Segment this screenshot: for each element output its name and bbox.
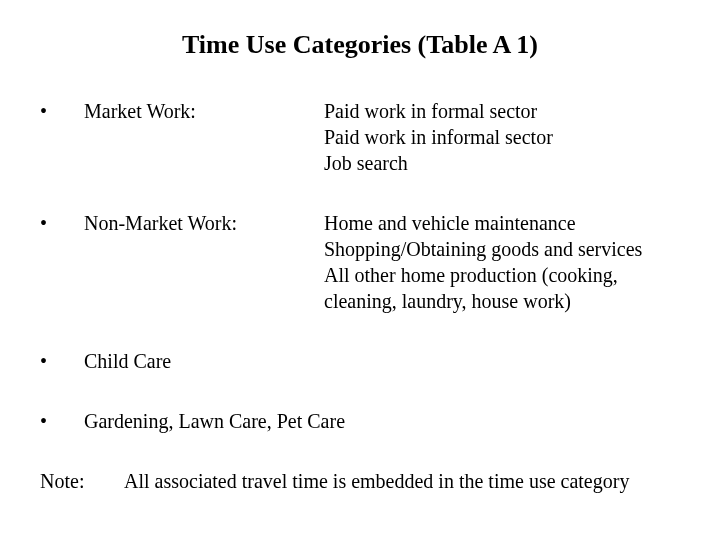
category-row: • Child Care	[40, 348, 680, 374]
category-description: Paid work in formal sectorPaid work in i…	[324, 98, 680, 176]
slide: Time Use Categories (Table A 1) • Market…	[0, 0, 720, 540]
note-label: Note:	[40, 468, 124, 494]
category-label: Gardening, Lawn Care, Pet Care	[84, 408, 345, 434]
category-row: • Non-Market Work: Home and vehicle main…	[40, 210, 680, 314]
category-label: Non-Market Work:	[84, 210, 324, 236]
note-text: All associated travel time is embedded i…	[124, 468, 629, 494]
bullet-icon: •	[40, 210, 84, 236]
bullet-icon: •	[40, 408, 84, 434]
category-description: Home and vehicle maintenanceShopping/Obt…	[324, 210, 680, 314]
bullet-icon: •	[40, 348, 84, 374]
category-label: Market Work:	[84, 98, 324, 124]
slide-title: Time Use Categories (Table A 1)	[40, 30, 680, 60]
category-label: Child Care	[84, 348, 171, 374]
bullet-icon: •	[40, 98, 84, 124]
category-row: • Market Work: Paid work in formal secto…	[40, 98, 680, 176]
category-row: • Gardening, Lawn Care, Pet Care	[40, 408, 680, 434]
note-row: Note: All associated travel time is embe…	[40, 468, 680, 494]
